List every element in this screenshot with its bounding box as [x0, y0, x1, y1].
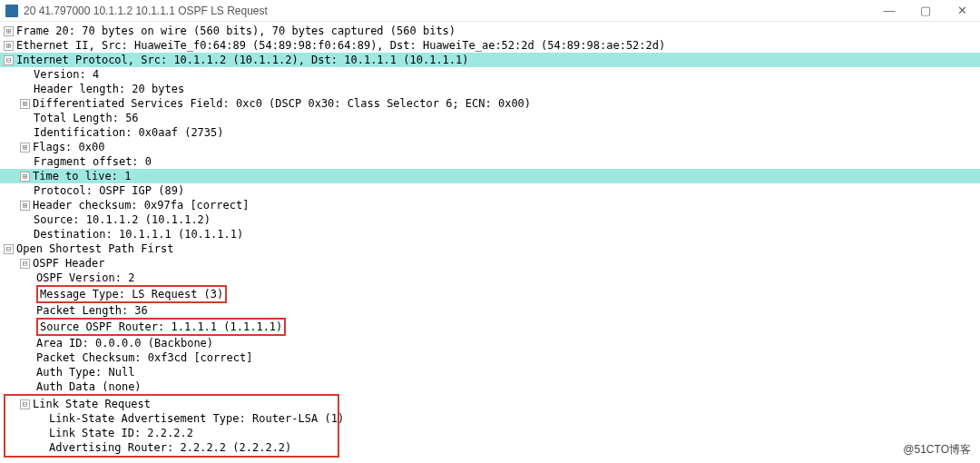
- tree-row-ip-hlen[interactable]: Header length: 20 bytes: [0, 82, 980, 96]
- ip-tlen: Total Length: 56: [34, 111, 139, 125]
- tree-row-ip-flags[interactable]: ⊞Flags: 0x00: [0, 140, 980, 154]
- packet-details-pane: ⊞ Frame 20: 70 bytes on wire (560 bits),…: [0, 22, 980, 458]
- tree-row-ip-proto[interactable]: Protocol: OSPF IGP (89): [0, 183, 980, 198]
- window-titlebar: 20 41.797000 10.1.1.2 10.1.1.1 OSPF LS R…: [0, 0, 980, 22]
- collapse-icon[interactable]: ⊟: [20, 259, 30, 269]
- maximize-button[interactable]: ▢: [907, 0, 944, 21]
- watermark: @51CTO博客: [903, 442, 971, 458]
- tree-row-ospf-areaid[interactable]: Area ID: 0.0.0.0 (Backbone): [0, 336, 980, 350]
- ospf-srcrtr: Source OSPF Router: 1.1.1.1 (1.1.1.1): [40, 320, 282, 333]
- ip-hlen: Header length: 20 bytes: [34, 82, 184, 96]
- tree-row-ip-tlen[interactable]: Total Length: 56: [0, 111, 980, 125]
- tree-row-ospf-plen[interactable]: Packet Length: 36: [0, 303, 980, 318]
- lsr-lsatype: Link-State Advertisement Type: Router-LS…: [49, 411, 344, 426]
- tree-row-ip-dst[interactable]: Destination: 10.1.1.1 (10.1.1.1): [0, 227, 980, 241]
- ethernet-summary: Ethernet II, Src: HuaweiTe_f0:64:89 (54:…: [16, 38, 665, 53]
- ip-fragoff: Fragment offset: 0: [34, 154, 152, 169]
- tree-row-ip-cksum[interactable]: ⊞Header checksum: 0x97fa [correct]: [0, 198, 980, 212]
- tree-row-ospf-authtype[interactable]: Auth Type: Null: [0, 365, 980, 379]
- ip-dst: Destination: 10.1.1.1 (10.1.1.1): [34, 227, 243, 241]
- ospf-hdr-label: OSPF Header: [33, 256, 104, 271]
- tree-row-ip-fragoff[interactable]: Fragment offset: 0: [0, 154, 980, 169]
- app-icon: [5, 5, 18, 17]
- ospf-ver: OSPF Version: 2: [36, 271, 134, 285]
- ip-cksum: Header checksum: 0x97fa [correct]: [33, 198, 249, 212]
- tree-row-ip-dsfield[interactable]: ⊞Differentiated Services Field: 0xc0 (DS…: [0, 96, 980, 111]
- lsr-summary: Link State Request: [33, 397, 151, 411]
- window-controls: — ▢ ✕: [871, 0, 980, 21]
- tree-row-ospf-msgtype[interactable]: Message Type: LS Request (3): [0, 285, 980, 303]
- ip-version: Version: 4: [34, 67, 99, 82]
- tree-row-ospf-authdata[interactable]: Auth Data (none): [0, 379, 980, 394]
- expand-icon[interactable]: ⊞: [20, 201, 30, 211]
- expand-icon[interactable]: ⊞: [4, 41, 14, 51]
- tree-row-ip-src[interactable]: Source: 10.1.1.2 (10.1.1.2): [0, 212, 980, 227]
- collapse-icon[interactable]: ⊟: [20, 399, 30, 409]
- tree-row-frame[interactable]: ⊞ Frame 20: 70 bytes on wire (560 bits),…: [0, 24, 980, 38]
- lsr-advrtr: Advertising Router: 2.2.2.2 (2.2.2.2): [49, 440, 291, 455]
- highlight-box-lsr: ⊟ Link State Request Link-State Advertis…: [4, 394, 339, 458]
- tree-row-ospf-pkcksum[interactable]: Packet Checksum: 0xf3cd [correct]: [0, 350, 980, 365]
- tree-row-ip-ttl[interactable]: ⊞Time to live: 1: [0, 169, 980, 183]
- tree-row-lsr-lsid[interactable]: Link State ID: 2.2.2.2: [7, 426, 336, 440]
- ip-summary: Internet Protocol, Src: 10.1.1.2 (10.1.1…: [16, 53, 469, 67]
- window-title: 20 41.797000 10.1.1.2 10.1.1.1 OSPF LS R…: [24, 5, 871, 17]
- expand-icon[interactable]: ⊞: [20, 172, 30, 182]
- expand-icon[interactable]: ⊞: [4, 26, 14, 36]
- ospf-areaid: Area ID: 0.0.0.0 (Backbone): [36, 336, 213, 350]
- close-button[interactable]: ✕: [944, 0, 980, 21]
- frame-summary: Frame 20: 70 bytes on wire (560 bits), 7…: [16, 24, 456, 38]
- ip-ident: Identification: 0x0aaf (2735): [34, 125, 224, 140]
- collapse-icon[interactable]: ⊟: [4, 244, 14, 254]
- ospf-pkcksum: Packet Checksum: 0xf3cd [correct]: [36, 350, 252, 365]
- tree-row-lsr-advrtr[interactable]: Advertising Router: 2.2.2.2 (2.2.2.2): [7, 440, 336, 455]
- ospf-authdata: Auth Data (none): [36, 379, 142, 394]
- ip-dsfield: Differentiated Services Field: 0xc0 (DSC…: [33, 96, 531, 111]
- tree-row-ip-ident[interactable]: Identification: 0x0aaf (2735): [0, 125, 980, 140]
- tree-row-ospf-ver[interactable]: OSPF Version: 2: [0, 271, 980, 285]
- tree-row-ip-version[interactable]: Version: 4: [0, 67, 980, 82]
- highlight-box: Source OSPF Router: 1.1.1.1 (1.1.1.1): [36, 318, 286, 336]
- tree-row-ospf[interactable]: ⊟ Open Shortest Path First: [0, 241, 980, 256]
- highlight-box: Message Type: LS Request (3): [36, 285, 227, 303]
- ospf-authtype: Auth Type: Null: [36, 365, 134, 379]
- tree-row-lsr-type[interactable]: Link-State Advertisement Type: Router-LS…: [7, 411, 336, 426]
- ip-proto: Protocol: OSPF IGP (89): [34, 183, 184, 198]
- ip-ttl: Time to live: 1: [33, 169, 131, 183]
- ip-src: Source: 10.1.1.2 (10.1.1.2): [34, 212, 211, 227]
- expand-icon[interactable]: ⊞: [20, 143, 30, 153]
- collapse-icon[interactable]: ⊟: [4, 55, 14, 65]
- ospf-summary: Open Shortest Path First: [16, 241, 173, 256]
- lsr-lsid: Link State ID: 2.2.2.2: [49, 426, 193, 440]
- tree-row-lsr[interactable]: ⊟ Link State Request: [7, 397, 336, 411]
- tree-row-ospf-hdr[interactable]: ⊟ OSPF Header: [0, 256, 980, 271]
- ospf-msgtype: Message Type: LS Request (3): [40, 288, 223, 300]
- expand-icon[interactable]: ⊞: [20, 99, 30, 109]
- ip-flags: Flags: 0x00: [33, 140, 104, 154]
- tree-row-ospf-srcrtr[interactable]: Source OSPF Router: 1.1.1.1 (1.1.1.1): [0, 318, 980, 336]
- ospf-plen: Packet Length: 36: [36, 303, 148, 318]
- tree-row-ip[interactable]: ⊟ Internet Protocol, Src: 10.1.1.2 (10.1…: [0, 53, 980, 67]
- minimize-button[interactable]: —: [871, 0, 907, 21]
- tree-row-ethernet[interactable]: ⊞ Ethernet II, Src: HuaweiTe_f0:64:89 (5…: [0, 38, 980, 53]
